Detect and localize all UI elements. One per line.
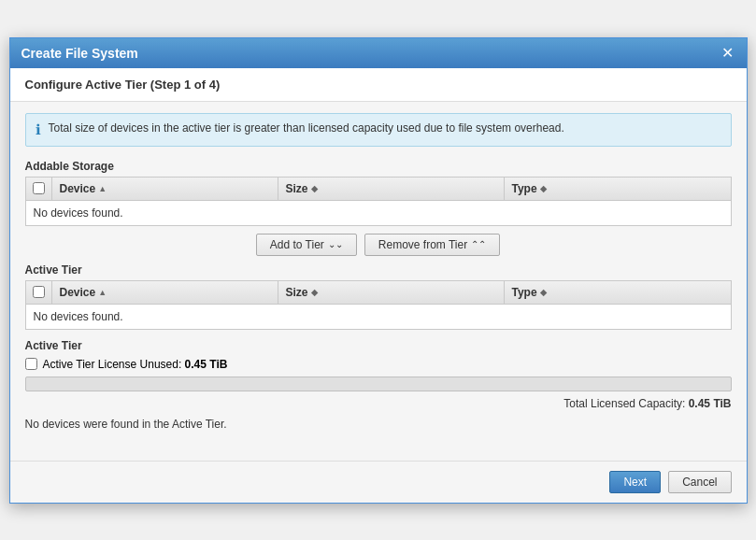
addable-type-sort-icon: ◆ [540,184,547,193]
license-unused-label: Active Tier License Unused: 0.45 TiB [43,358,228,371]
addable-header-checkbox-cell [26,178,52,200]
next-button[interactable]: Next [609,471,661,493]
addable-header-device[interactable]: Device ▲ [52,178,278,200]
addable-header-size[interactable]: Size ◆ [278,178,505,200]
tier-buttons-row: Add to Tier ⌄⌄ Remove from Tier ⌃⌃ [25,234,732,256]
addable-storage-table: Device ▲ Size ◆ Type ◆ No devices found. [25,177,732,226]
active-header-size[interactable]: Size ◆ [278,281,505,304]
info-icon: ℹ [36,121,41,138]
dialog-title: Create File System [21,46,138,61]
active-header-checkbox-cell [26,281,52,304]
remove-from-tier-icon: ⌃⌃ [471,239,486,249]
close-button[interactable]: ✕ [720,46,735,61]
dialog-body: Configure Active Tier (Step 1 of 4) ℹ To… [10,68,747,461]
active-header-device[interactable]: Device ▲ [52,281,278,304]
active-no-devices-text: No devices found. [26,305,731,329]
active-select-all-checkbox[interactable] [33,286,45,298]
active-size-sort-icon: ◆ [311,288,318,297]
license-progress-bar [25,377,732,391]
active-device-sort-icon: ▲ [98,288,107,297]
active-device-label: Device [60,286,96,299]
active-tier-header: Device ▲ Size ◆ Type ◆ [26,281,731,305]
dialog-footer: Next Cancel [10,461,747,503]
addable-size-label: Size [286,182,308,195]
remove-from-tier-label: Remove from Tier [378,238,467,251]
info-banner-text: Total size of devices in the active tier… [49,121,564,135]
addable-storage-label: Addable Storage [25,160,732,173]
addable-header-type[interactable]: Type ◆ [505,178,731,200]
addable-type-label: Type [512,182,537,195]
active-type-label: Type [512,286,537,299]
active-tier-info-section: Active Tier Active Tier License Unused: … [25,339,732,431]
license-row: Active Tier License Unused: 0.45 TiB [25,358,732,371]
add-to-tier-icon: ⌄⌄ [328,239,343,249]
addable-size-sort-icon: ◆ [311,184,318,193]
addable-device-label: Device [60,182,96,195]
no-devices-active-tier-msg: No devices were found in the Active Tier… [25,418,732,431]
info-banner: ℹ Total size of devices in the active ti… [25,113,732,147]
license-unused-checkbox[interactable] [25,358,37,370]
total-licensed-text: Total Licensed Capacity: 0.45 TiB [25,397,732,410]
active-tier-info-label: Active Tier [25,339,732,352]
active-tier-table-label: Active Tier [25,263,732,277]
create-filesystem-dialog: Create File System ✕ Configure Active Ti… [9,37,748,504]
addable-device-sort-icon: ▲ [98,184,107,193]
active-size-label: Size [286,286,308,299]
add-to-tier-button[interactable]: Add to Tier ⌄⌄ [256,234,357,256]
dialog-header: Create File System ✕ [10,38,747,68]
addable-select-all-checkbox[interactable] [33,182,45,194]
step-title: Configure Active Tier (Step 1 of 4) [10,68,747,102]
cancel-button[interactable]: Cancel [668,471,731,493]
addable-no-devices-text: No devices found. [26,201,731,225]
active-tier-table: Device ▲ Size ◆ Type ◆ No devices found. [25,280,732,330]
addable-storage-header: Device ▲ Size ◆ Type ◆ [26,178,731,201]
add-to-tier-label: Add to Tier [270,238,324,251]
active-type-sort-icon: ◆ [540,288,547,297]
active-header-type[interactable]: Type ◆ [505,281,731,304]
remove-from-tier-button[interactable]: Remove from Tier ⌃⌃ [364,234,500,256]
